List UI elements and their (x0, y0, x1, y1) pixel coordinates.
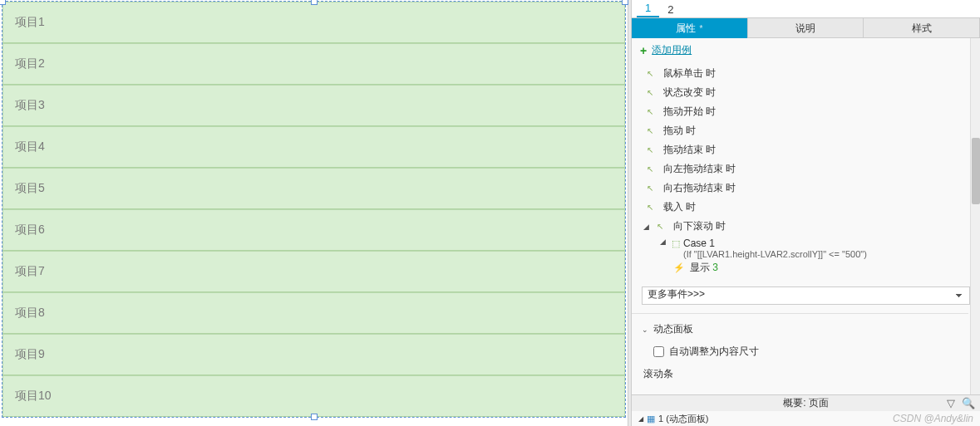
case-condition: (If "[[LVAR1.height-LVAR2.scrollY]]" <= … (683, 249, 867, 259)
collapse-toggle-icon[interactable]: ◢ (643, 223, 652, 231)
list-item-label: 项目5 (15, 181, 45, 196)
event-icon: ↖ (647, 69, 658, 78)
outline-header[interactable]: 概要: 页面 ▽ 🔍 (632, 394, 980, 411)
list-item[interactable]: 项目8 (2, 292, 625, 334)
section-toggle[interactable]: ⌄ 动态面板 (642, 319, 958, 340)
list-item[interactable]: 项目10 (2, 375, 625, 417)
list-item-label: 项目8 (15, 306, 45, 321)
auto-fit-checkbox[interactable] (653, 346, 664, 357)
more-events-dropdown[interactable]: 更多事件>>> (642, 286, 970, 305)
event-load[interactable]: ↖载入 时 (643, 198, 968, 217)
list-item-label: 项目2 (15, 56, 45, 71)
case-icon: ⬚ (672, 238, 680, 249)
event-click[interactable]: ↖鼠标单击 时 (643, 64, 968, 83)
list-item-label: 项目3 (15, 98, 45, 113)
events-list: ↖鼠标单击 时 ↖状态改变 时 ↖拖动开始 时 ↖拖动 时 ↖拖动结束 时 ↖向… (632, 62, 968, 280)
event-icon: ↖ (647, 145, 658, 154)
scrollbar-thumb[interactable] (972, 138, 980, 204)
resize-handle-bottom[interactable] (311, 414, 318, 420)
event-drag-start[interactable]: ↖拖动开始 时 (643, 102, 968, 121)
event-swipe-left[interactable]: ↖向左拖动结束 时 (643, 159, 968, 179)
list-item-label: 项目6 (15, 223, 45, 237)
resize-handle-tr[interactable] (622, 0, 628, 5)
event-icon: ↖ (647, 203, 658, 212)
plus-icon: + (640, 44, 647, 57)
event-icon: ↖ (647, 88, 658, 97)
event-drag-end[interactable]: ↖拖动结束 时 (643, 140, 968, 159)
add-case-label: 添加用例 (652, 43, 692, 57)
scrollbar-track[interactable] (970, 38, 980, 394)
bolt-icon: ⚡ (673, 262, 685, 273)
list-item-label: 项目10 (15, 389, 52, 404)
list-item[interactable]: 项目1 (2, 2, 625, 43)
event-icon: ↖ (647, 126, 658, 135)
list-item[interactable]: 项目7 (2, 251, 625, 292)
event-icon: ↖ (647, 164, 658, 174)
properties-body: + 添加用例 ↖鼠标单击 时 ↖状态改变 时 ↖拖动开始 时 ↖拖动 时 ↖拖动… (632, 38, 980, 394)
action-text: 显示 3 (690, 261, 718, 275)
list-item-label: 项目9 (15, 347, 45, 362)
list-item-label: 项目1 (15, 15, 45, 30)
resize-handle-top[interactable] (311, 0, 318, 5)
event-label: 拖动 时 (663, 124, 696, 138)
action-target: 3 (712, 262, 718, 273)
canvas-area[interactable]: 项目1 项目2 项目3 项目4 项目5 项目6 项目7 项目8 项目9 项目10 (0, 0, 628, 426)
state-tab-1[interactable]: 1 (637, 0, 659, 17)
event-label: 拖动开始 时 (663, 105, 716, 119)
more-events-select[interactable]: 更多事件>>> (642, 286, 970, 305)
event-state-change[interactable]: ↖状态改变 时 (643, 83, 968, 102)
event-label: 向右拖动结束 时 (663, 181, 736, 195)
event-swipe-right[interactable]: ↖向右拖动结束 时 (643, 179, 968, 198)
tab-properties[interactable]: 属性* (632, 18, 748, 38)
action-label: 显示 (690, 262, 710, 273)
event-icon: ↖ (657, 222, 668, 231)
dynamic-panel-section: ⌄ 动态面板 自动调整为内容尺寸 滚动条 (632, 313, 968, 389)
tab-style[interactable]: 样式 (864, 18, 980, 38)
chevron-down-icon: ⌄ (642, 326, 648, 334)
outline-tree-row[interactable]: ◢ ▦ 1 (动态面板) (632, 411, 980, 426)
more-events-label: 更多事件>>> (648, 288, 705, 300)
event-drag[interactable]: ↖拖动 时 (643, 121, 968, 140)
list-item-label: 项目7 (15, 264, 45, 279)
state-tab-2[interactable]: 2 (659, 2, 682, 17)
event-icon: ↖ (647, 107, 658, 116)
list-item[interactable]: 项目4 (2, 126, 625, 168)
scrollbar-label: 滚动条 (642, 364, 958, 384)
auto-fit-row[interactable]: 自动调整为内容尺寸 (642, 340, 958, 364)
list-item[interactable]: 项目6 (2, 209, 625, 251)
event-label: 向左拖动结束 时 (663, 162, 736, 176)
list-item[interactable]: 项目3 (2, 85, 625, 126)
modified-indicator-icon: * (699, 24, 702, 33)
expand-icon[interactable]: ◢ (638, 415, 643, 423)
event-label: 向下滚动 时 (673, 219, 726, 233)
filter-icon[interactable]: ▽ (947, 397, 955, 409)
inspector-panel: 1 2 属性* 说明 样式 + 添加用例 ↖鼠标单击 时 ↖状态改变 时 ↖拖动… (632, 0, 980, 426)
event-label: 载入 时 (663, 200, 696, 214)
list-item[interactable]: 项目9 (2, 334, 625, 375)
inspector-tabs: 属性* 说明 样式 (632, 18, 980, 38)
tab-label: 属性 (676, 22, 696, 34)
state-tabs: 1 2 (632, 0, 980, 18)
action-row[interactable]: ⚡ 显示 3 (643, 259, 968, 275)
case-name: Case 1 (683, 237, 867, 249)
outline-node-label: 1 (动态面板) (658, 413, 709, 425)
collapse-toggle-icon[interactable]: ◢ (660, 237, 668, 246)
selected-widget[interactable]: 项目1 项目2 项目3 项目4 项目5 项目6 项目7 项目8 项目9 项目10 (2, 1, 626, 418)
event-label: 鼠标单击 时 (663, 66, 716, 81)
list-item[interactable]: 项目2 (2, 43, 625, 85)
list-item[interactable]: 项目5 (2, 168, 625, 209)
event-label: 拖动结束 时 (663, 143, 716, 157)
event-icon: ↖ (647, 184, 658, 193)
dynamic-panel-icon: ▦ (647, 414, 655, 424)
event-label: 状态改变 时 (663, 86, 716, 100)
tab-notes[interactable]: 说明 (748, 18, 864, 38)
case-row[interactable]: ◢ ⬚ Case 1 (If "[[LVAR1.height-LVAR2.scr… (643, 236, 968, 259)
event-scroll-down[interactable]: ◢ ↖ 向下滚动 时 (643, 217, 968, 236)
section-title: 动态面板 (653, 322, 693, 336)
outline-title: 概要: 页面 (783, 396, 829, 410)
resize-handle-tl[interactable] (0, 0, 6, 5)
auto-fit-label: 自动调整为内容尺寸 (669, 345, 759, 359)
search-icon[interactable]: 🔍 (962, 397, 975, 409)
list-item-label: 项目4 (15, 140, 45, 154)
add-case-link[interactable]: + 添加用例 (632, 38, 980, 62)
